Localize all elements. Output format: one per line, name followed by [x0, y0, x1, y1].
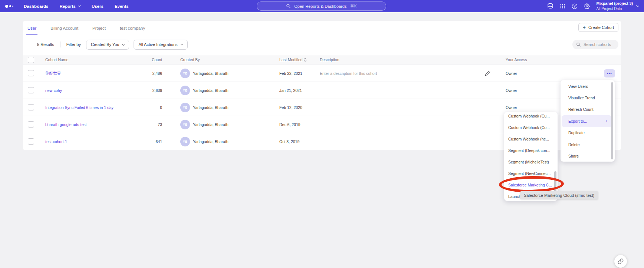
search-icon [286, 4, 291, 9]
context-menu-item-label: Duplicate [568, 130, 585, 135]
project-info: Mixpanel (project 3) All Project Data [596, 1, 633, 11]
submenu-arrow-icon: › [606, 119, 607, 123]
export-submenu-item[interactable]: Salesforce Marketing C... [504, 179, 558, 191]
global-search[interactable]: Open Reports & Dashboards ⌘K [257, 1, 386, 11]
created-by: Yarlagadda, Bharath [193, 105, 229, 110]
create-cohort-label: Create Cohort [588, 25, 614, 30]
context-menu-item-label: Delete [568, 142, 579, 147]
link-icon [618, 258, 624, 264]
avatar: YB [180, 103, 190, 112]
access-label: Owner [506, 105, 517, 110]
context-menu-item[interactable]: Refresh Count [561, 104, 615, 115]
keyboard-shortcut: ⌘K [350, 4, 356, 9]
created-by: Yarlagadda, Bharath [193, 139, 229, 144]
row-checkbox[interactable] [28, 138, 34, 145]
last-modified: Dec 6, 2019 [279, 122, 300, 127]
export-submenu-items: Custom Webhook (Cu... Custom Webhook (Co… [504, 112, 558, 201]
created-by: Yarlagadda, Bharath [193, 71, 229, 76]
help-button[interactable] [572, 3, 578, 9]
export-submenu-item-label: Custom Webhook (ne... [508, 137, 549, 141]
avatar: YB [180, 120, 190, 129]
row-checkbox[interactable] [28, 87, 34, 93]
tooltip: Salesforce Marketing Cloud (sfmc-test) [520, 191, 598, 199]
cohort-name-link[interactable]: Integration Sync Failed 6 times in 1 day [45, 105, 114, 110]
help-icon [572, 3, 578, 9]
row-checkbox[interactable] [28, 121, 34, 128]
nav-link-dashboards[interactable]: Dashboards [24, 4, 48, 9]
context-menu-item[interactable]: Share [561, 150, 615, 162]
last-modified: Feb 22, 2021 [279, 71, 302, 76]
export-submenu-item-label: Launch [508, 194, 521, 199]
created-by: Yarlagadda, Bharath [193, 88, 229, 93]
tab-project[interactable]: Project [91, 21, 107, 35]
pencil-icon [485, 70, 490, 76]
settings-button[interactable] [584, 3, 590, 9]
project-switcher[interactable]: Mixpanel (project 3) All Project Data [596, 1, 639, 11]
avatar: YB [180, 86, 190, 95]
column-header-last-modified[interactable]: Last Modified [279, 55, 306, 64]
create-cohort-button[interactable]: + Create Cohort [578, 23, 618, 32]
row-checkbox[interactable] [28, 70, 34, 76]
integrations-filter-button[interactable]: All Active Integrations [134, 40, 187, 50]
column-header-label: Last Modified [279, 57, 302, 62]
global-search-placeholder: Open Reports & Dashboards [294, 4, 346, 9]
nav-link-reports[interactable]: Reports [59, 4, 80, 9]
tab-billing-account[interactable]: Billing Account [49, 21, 79, 35]
context-menu-item[interactable]: Export to... › [562, 115, 612, 127]
context-menu-items: View Users Visualize Trend Refresh Count… [561, 80, 615, 162]
export-submenu-item[interactable]: Custom Webhook (Co... [504, 122, 558, 133]
context-menu-item[interactable]: Duplicate [561, 127, 615, 139]
context-menu: View Users Visualize Trend Refresh Count… [561, 80, 615, 162]
copy-link-button[interactable] [614, 255, 627, 268]
export-submenu-item[interactable]: Segment (Deepak con... [504, 145, 558, 156]
row-actions-button[interactable]: ••• [604, 69, 615, 77]
export-submenu-item[interactable]: Custom Webhook (Cu... [504, 112, 558, 122]
data-integrations-button[interactable] [547, 3, 553, 9]
cohort-name-link[interactable]: test-cohort-1 [45, 139, 67, 144]
search-icon [576, 42, 581, 47]
column-header-count: Count [127, 55, 162, 64]
cohort-count: 0 [127, 105, 162, 110]
nav-right: Mixpanel (project 3) All Project Data [547, 0, 639, 12]
context-menu-item-label: Refresh Count [568, 107, 594, 112]
table-row: 你好世界 2,486 YB Yarlagadda, Bharath Feb 22… [23, 65, 621, 82]
context-menu-item-label: View Users [568, 84, 588, 89]
created-by: Yarlagadda, Bharath [193, 122, 229, 127]
created-by-filter-button[interactable]: Created By You [86, 40, 129, 50]
context-menu-item-label: Visualize Trend [568, 96, 595, 100]
export-submenu-item-label: Salesforce Marketing C... [508, 183, 552, 187]
context-menu-item-label: Export to... [568, 119, 587, 123]
cohort-name-link[interactable]: 你好世界 [45, 71, 61, 76]
project-scope: All Project Data [596, 6, 633, 11]
table-header: Cohort Name Count Created By Last Modifi… [23, 55, 621, 64]
context-menu-scrollbar[interactable] [611, 82, 613, 159]
cohort-name-link[interactable]: new-cohy [45, 88, 62, 93]
context-menu-item[interactable]: Visualize Trend [561, 92, 615, 103]
export-submenu-item-label: Segment (MichelleTest) [508, 160, 549, 164]
last-modified: Feb 12, 2020 [279, 105, 302, 110]
edit-description-button[interactable] [485, 70, 490, 76]
sort-icon [304, 58, 306, 62]
export-submenu-item[interactable]: Segment (NewConnec... [504, 168, 558, 179]
nav-link-events[interactable]: Events [115, 4, 129, 9]
tab-user[interactable]: User [26, 21, 37, 35]
search-cohorts-input[interactable]: Search cohorts [572, 40, 618, 49]
nav-link-users[interactable]: Users [92, 4, 104, 9]
export-submenu-item[interactable]: Segment (MichelleTest) [504, 156, 558, 168]
row-checkbox[interactable] [28, 104, 34, 110]
description-placeholder[interactable]: Enter a description for this cohort [320, 71, 377, 76]
created-by-filter-label: Created By You [91, 42, 119, 47]
cohort-count: 641 [127, 139, 162, 144]
export-submenu-item[interactable]: Custom Webhook (ne... [504, 133, 558, 145]
select-all-checkbox[interactable] [28, 57, 34, 63]
tab-test-company[interactable]: test company [119, 21, 146, 35]
context-menu-item[interactable]: View Users [561, 80, 615, 92]
cohort-name-link[interactable]: bharath-google-ads-test [45, 122, 87, 127]
export-submenu-item-label: Custom Webhook (Co... [508, 125, 550, 130]
apps-grid-button[interactable] [560, 3, 565, 9]
last-modified: Oct 3, 2019 [279, 139, 299, 144]
export-submenu: Custom Webhook (Cu... Custom Webhook (Co… [504, 112, 558, 201]
cohort-count: 2,639 [127, 88, 162, 93]
database-icon [547, 3, 553, 9]
context-menu-item[interactable]: Delete [561, 139, 615, 150]
